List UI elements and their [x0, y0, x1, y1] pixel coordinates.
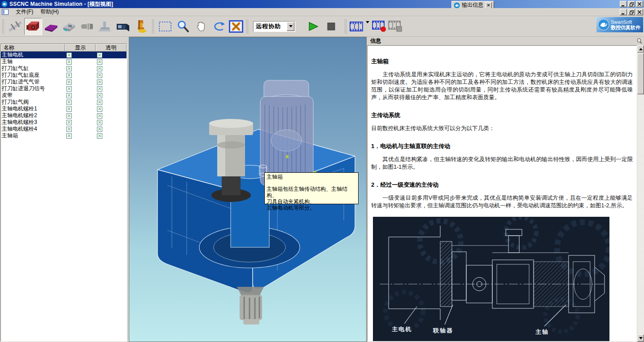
transparent-checkbox[interactable]: [97, 127, 102, 132]
table-row[interactable]: 主轴电机: [1, 52, 127, 58]
show-checkbox[interactable]: [66, 127, 72, 132]
show-checkbox[interactable]: [66, 73, 72, 78]
figure-label-coupling: 联轴器: [433, 327, 453, 335]
tool-chuck-icon[interactable]: [78, 18, 96, 35]
mdi-child-icon[interactable]: [2, 9, 9, 15]
info-paragraph: 其优点是结构紧凑，但主轴转速的变化及转矩的输出和电动机的输出特性致，因而使用上受…: [371, 156, 633, 171]
tooltip-line: 主轴箱包括主轴传动结构、主轴结构、: [267, 186, 356, 198]
toolbar-grip[interactable]: [246, 19, 248, 34]
table-row[interactable]: 打刀缸进退刀信号: [1, 85, 127, 92]
remote-assist-value: 远程协助: [254, 22, 281, 31]
child-restore-icon[interactable]: [628, 9, 635, 15]
fit-view-x-icon[interactable]: [228, 18, 244, 35]
transparent-checkbox[interactable]: [97, 113, 102, 118]
axis-shaft-icon[interactable]: [6, 18, 24, 35]
stop-icon[interactable]: [322, 18, 340, 35]
show-checkbox[interactable]: [66, 86, 72, 92]
spindle-cross-section-drawing: [373, 217, 609, 342]
info-heading: 1．电动机与主轴直联的主传动: [371, 142, 633, 150]
column-header-show[interactable]: 显示: [65, 44, 96, 52]
rotate-arrows-icon[interactable]: [210, 18, 228, 35]
film-strip-dropdown-icon[interactable]: [366, 23, 369, 30]
spindle-head-icon[interactable]: [24, 18, 42, 35]
table-row[interactable]: 主轴电机螺栓4: [1, 126, 127, 132]
transparent-checkbox[interactable]: [97, 120, 102, 125]
transparent-checkbox[interactable]: [97, 100, 102, 105]
table-row[interactable]: 主轴电机螺栓3: [1, 119, 127, 126]
scrollbar-thumb[interactable]: [637, 53, 644, 94]
column-header-name[interactable]: 名称: [1, 44, 65, 52]
show-checkbox[interactable]: [66, 53, 72, 58]
machine-column-icon[interactable]: [96, 18, 114, 35]
table-row[interactable]: 打刀缸气缸: [1, 65, 127, 72]
output-tab-close-icon[interactable]: [485, 2, 492, 9]
select-rectangle-icon[interactable]: [156, 18, 174, 35]
cnc-machine-icon[interactable]: [114, 18, 132, 35]
menu-bar: 文件(F) 帮助(H): [0, 8, 644, 16]
film-strip-icon[interactable]: [349, 18, 364, 35]
show-checkbox[interactable]: [66, 133, 72, 139]
output-swan-icon: [454, 2, 460, 9]
child-minimize-icon[interactable]: [620, 9, 627, 15]
table-row[interactable]: 主轴电机螺栓1: [1, 105, 127, 112]
scroll-up-icon[interactable]: [637, 45, 644, 53]
film-record-icon[interactable]: [371, 18, 387, 35]
table-row[interactable]: 皮带: [1, 92, 127, 99]
transparent-checkbox[interactable]: [97, 133, 102, 139]
transparent-checkbox[interactable]: [97, 53, 102, 58]
info-scrollbar[interactable]: [637, 45, 644, 342]
menu-file[interactable]: 文件(F): [12, 7, 37, 17]
menu-help[interactable]: 帮助(H): [37, 7, 62, 17]
toolbar-grip[interactable]: [2, 19, 4, 34]
tooltip-title: 主轴箱: [267, 174, 356, 180]
show-checkbox[interactable]: [66, 66, 72, 71]
restore-icon[interactable]: [628, 1, 635, 7]
transparent-checkbox[interactable]: [97, 86, 102, 92]
show-checkbox[interactable]: [66, 59, 72, 65]
show-checkbox[interactable]: [66, 79, 72, 85]
pan-hand-icon[interactable]: [192, 18, 210, 35]
table-row[interactable]: 打刀缸气缸底座: [1, 72, 127, 79]
child-close-icon[interactable]: [636, 9, 643, 15]
chevron-down-icon[interactable]: [287, 22, 294, 31]
toolbar: 远程协助: [0, 16, 644, 37]
purple-part-icon[interactable]: [42, 18, 60, 35]
remote-assist-combobox[interactable]: 远程协助: [253, 21, 295, 32]
parts-panel: 名称 显示 透明 主轴电机 主轴 打刀缸气缸 打刀缸气缸底座: [0, 37, 129, 342]
toolbar-grip[interactable]: [152, 19, 154, 34]
model-viewport[interactable]: 主轴箱 主轴箱包括主轴传动结构、主轴结构、 刀具自动夹紧机构、 主轴电动机等部分…: [129, 37, 367, 342]
show-checkbox[interactable]: [66, 93, 72, 98]
minimize-icon[interactable]: [620, 1, 627, 7]
show-checkbox[interactable]: [66, 120, 72, 125]
press-machine-icon[interactable]: [132, 18, 150, 35]
window-title: SSCNC Machine Simulation - [模型视图]: [9, 0, 113, 8]
app-swan-icon: [1, 1, 8, 7]
table-row[interactable]: 打刀缸气阀: [1, 99, 127, 105]
machine-bed-icon[interactable]: [60, 18, 78, 35]
pushpin-icon[interactable]: [636, 38, 642, 44]
logo-line1: SwanSoft: [611, 19, 632, 25]
column-header-transparent[interactable]: 透明: [96, 44, 127, 52]
info-paragraph: 主传动系统是用来实现机床主运动的，它将主电动机的原动力变成可供主轴上刀具切削加工…: [371, 71, 633, 101]
table-row[interactable]: 主轴电机螺栓2: [1, 112, 127, 119]
play-icon[interactable]: [304, 18, 322, 35]
show-checkbox[interactable]: [66, 100, 72, 105]
magnifier-icon[interactable]: [174, 18, 192, 35]
table-row[interactable]: 主轴箱: [1, 132, 127, 139]
transparent-checkbox[interactable]: [97, 93, 102, 98]
show-checkbox[interactable]: [66, 113, 72, 118]
close-icon[interactable]: [636, 1, 643, 7]
transparent-checkbox[interactable]: [97, 106, 102, 112]
transparent-checkbox[interactable]: [97, 59, 102, 65]
scroll-down-icon[interactable]: [637, 334, 644, 342]
transparent-checkbox[interactable]: [97, 79, 102, 85]
info-panel: 信息 主轴箱 主传动系统是用来实现机床主运动的，它将主电动机的原动力变成可供主轴…: [367, 37, 644, 342]
table-row[interactable]: 打刀缸进气气管: [1, 79, 127, 85]
film-stop-icon[interactable]: [387, 18, 403, 35]
transparent-checkbox[interactable]: [97, 73, 102, 78]
toolbar-grip[interactable]: [345, 19, 346, 34]
table-row[interactable]: 主轴: [1, 58, 127, 65]
transparent-checkbox[interactable]: [97, 66, 102, 71]
show-checkbox[interactable]: [66, 106, 72, 112]
part-tooltip: 主轴箱 主轴箱包括主轴传动结构、主轴结构、 刀具自动夹紧机构、 主轴电动机等部分…: [264, 172, 359, 204]
